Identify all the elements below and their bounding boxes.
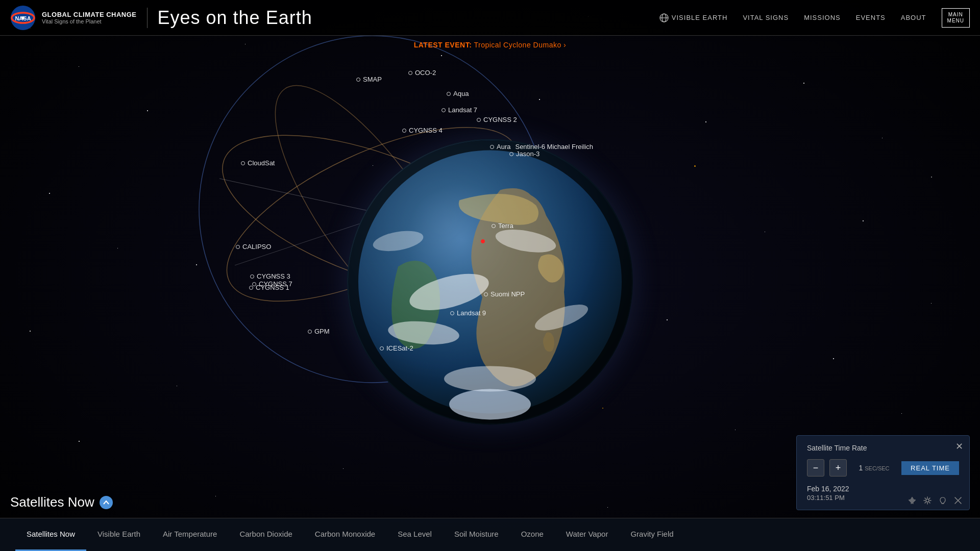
bulb-icon[interactable] (939, 496, 947, 505)
main-menu-button[interactable]: MAINMENU (942, 8, 970, 28)
svg-point-24 (926, 499, 929, 502)
nav-visible-earth[interactable]: VISIBLE EARTH (659, 13, 728, 22)
time-rate-value-display: 1 SEC/SEC (852, 464, 896, 472)
bottom-tab-carbon-monoxide[interactable]: Carbon Monoxide (304, 518, 386, 551)
chevron-up-icon (103, 499, 110, 506)
satellite-dot (442, 108, 446, 112)
nav-events[interactable]: EVENTS (856, 14, 886, 21)
satellite-dot (447, 92, 451, 96)
nav-right: VISIBLE EARTH VITAL SIGNS MISSIONS EVENT… (659, 8, 970, 28)
satellite-dot (450, 311, 454, 315)
bottom-tab-water-vapor[interactable]: Water Vapor (555, 518, 620, 551)
bottom-tab-satellites-now[interactable]: Satellites Now (15, 518, 86, 551)
svg-point-3 (21, 16, 24, 19)
satellite-label-aura[interactable]: Aura Sentinel-6 Michael Freilich (490, 143, 593, 151)
satellite-name: Landsat 7 (448, 106, 477, 114)
nasa-logo-icon[interactable]: NASA (10, 5, 36, 31)
satellite-label-landsat9[interactable]: Landsat 9 (450, 309, 486, 317)
satellite-name: Aqua (453, 90, 469, 97)
panel-footer-icons (908, 496, 962, 505)
satellite-dot (249, 286, 253, 290)
header-divider (147, 8, 148, 28)
satellite-dot (236, 245, 240, 249)
satellite-name: GPM (314, 328, 330, 335)
bottom-tab-bar: Satellites NowVisible EarthAir Temperatu… (0, 518, 980, 551)
pin-icon[interactable] (908, 496, 916, 505)
satellite-event-dot (481, 239, 485, 243)
satellite-label-ocos2[interactable]: OCO-2 (408, 69, 436, 77)
satellite-dot (477, 118, 481, 122)
latest-event-prefix: LATEST EVENT: (414, 41, 472, 49)
earth-container[interactable] (332, 123, 648, 440)
satellite-name-sentinel: Sentinel-6 Michael Freilich (515, 143, 593, 151)
bottom-tab-air-temperature[interactable]: Air Temperature (152, 518, 228, 551)
time-rate-panel: ✕ Satellite Time Rate − + 1 SEC/SEC REAL… (796, 435, 970, 510)
satellite-label-terra[interactable]: Terra (492, 222, 513, 230)
latest-event-link[interactable]: Tropical Cyclone Dumako › (474, 41, 566, 49)
bottom-tab-ozone[interactable]: Ozone (510, 518, 555, 551)
bottom-tab-sea-level[interactable]: Sea Level (386, 518, 443, 551)
satellite-name: CloudSat (248, 159, 275, 167)
satellites-now-expand-button[interactable] (100, 496, 113, 509)
satellite-name: CYGNSS 2 (483, 116, 517, 123)
satellite-dot (492, 224, 496, 228)
header: NASA GLOBAL CLIMATE CHANGE Vital Signs o… (0, 0, 980, 36)
satellite-dot (408, 71, 412, 75)
satellite-label-icesat2[interactable]: ICESat-2 (380, 344, 413, 352)
satellite-dot (250, 274, 254, 279)
satellite-name: CYGNSS 4 (409, 127, 443, 134)
site-subtitle: Vital Signs of the Planet (42, 18, 137, 24)
close-panel-icon[interactable] (954, 496, 962, 505)
main-menu-label: MAINMENU (947, 12, 964, 24)
time-rate-unit: SEC/SEC (865, 465, 889, 471)
satellite-label-cygnss4[interactable]: CYGNSS 4 (402, 127, 443, 134)
latest-event-banner: LATEST EVENT: Tropical Cyclone Dumako › (414, 41, 567, 49)
svg-point-23 (449, 389, 531, 419)
settings-icon[interactable] (923, 496, 932, 505)
globe-icon (659, 13, 669, 22)
bottom-tab-soil-moisture[interactable]: Soil Moisture (443, 518, 510, 551)
time-rate-close-button[interactable]: ✕ (955, 441, 963, 452)
bottom-tab-gravity-field[interactable]: Gravity Field (619, 518, 684, 551)
satellite-name: Terra (498, 222, 513, 230)
satellite-name: CALIPSO (242, 243, 271, 251)
satellite-label-gpm[interactable]: GPM (308, 328, 330, 335)
nav-about[interactable]: ABOUT (901, 14, 926, 21)
time-rate-title: Satellite Time Rate (807, 444, 959, 452)
nav-vital-signs[interactable]: VITAL SIGNS (743, 14, 789, 21)
satellites-now-label: Satellites Now (10, 494, 113, 510)
bottom-tab-carbon-dioxide[interactable]: Carbon Dioxide (228, 518, 303, 551)
satellite-label-jason3[interactable]: Jason-3 (509, 150, 540, 158)
satellite-name: CYGNSS 1 (256, 284, 289, 291)
time-rate-plus-button[interactable]: + (829, 459, 847, 477)
satellite-label-cygnss2[interactable]: CYGNSS 2 (477, 116, 517, 123)
satellite-label-terra-event[interactable] (481, 239, 485, 243)
earth-globe (347, 139, 633, 424)
satellite-label-aqua[interactable]: Aqua (447, 90, 469, 97)
time-rate-minus-button[interactable]: − (807, 459, 824, 477)
satellite-dot (484, 292, 488, 296)
satellite-name: Suomi NPP (491, 290, 525, 298)
satellite-label-cloudsat[interactable]: CloudSat (241, 159, 275, 167)
satellite-dot (241, 161, 245, 165)
satellite-label-smap[interactable]: SMAP (356, 76, 382, 83)
satellite-name: Landsat 9 (457, 309, 486, 317)
satellite-label-cygnss3[interactable]: CYGNSS 3 (250, 272, 290, 280)
date-display: Feb 16, 2022 (807, 485, 959, 493)
satellite-label-calipso[interactable]: CALIPSO (236, 243, 271, 251)
satellite-name: SMAP (363, 76, 382, 83)
nav-missions[interactable]: MISSIONS (804, 14, 841, 21)
satellite-name: OCO-2 (415, 69, 436, 77)
satellite-label-suominpp[interactable]: Suomi NPP (484, 290, 525, 298)
satellite-label-landsat7[interactable]: Landsat 7 (442, 106, 477, 114)
time-rate-number: 1 (859, 464, 863, 472)
satellite-dot (308, 330, 312, 334)
bottom-tab-visible-earth[interactable]: Visible Earth (86, 518, 152, 551)
satellite-label-cygnss1[interactable]: CYGNSS 1 (249, 284, 289, 291)
real-time-button[interactable]: REAL TIME (901, 461, 959, 475)
nav-visible-earth-label: VISIBLE EARTH (672, 14, 728, 21)
satellite-name: CYGNSS 3 (257, 272, 290, 280)
time-rate-controls: − + 1 SEC/SEC REAL TIME (807, 459, 959, 477)
satellite-name: Jason-3 (516, 150, 540, 158)
earth-surface (347, 139, 633, 424)
